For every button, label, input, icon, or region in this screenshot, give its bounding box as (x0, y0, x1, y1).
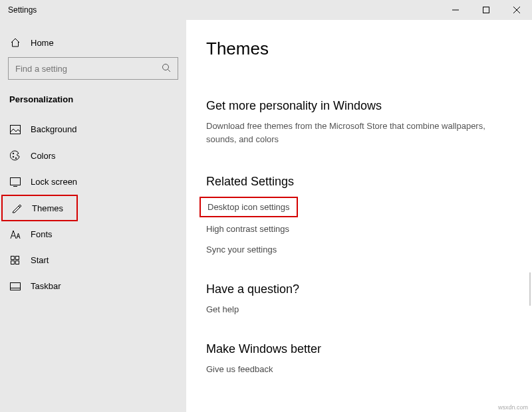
main-content: Themes Get more personality in Windows D… (186, 20, 532, 412)
svg-rect-6 (11, 125, 21, 134)
watermark: wsxdn.com (498, 404, 528, 411)
palette-icon (9, 150, 21, 161)
scrollbar[interactable] (529, 272, 531, 306)
search-icon (162, 63, 171, 74)
svg-rect-14 (11, 260, 15, 264)
sidebar-item-background[interactable]: Background (0, 116, 186, 142)
home-icon (9, 37, 21, 48)
page-title: Themes (206, 39, 512, 59)
sidebar-item-label: Fonts (31, 229, 53, 239)
lockscreen-icon (9, 177, 21, 187)
sidebar-item-start[interactable]: Start (0, 247, 186, 273)
sidebar-item-colors[interactable]: Colors (0, 142, 186, 169)
fonts-icon (9, 230, 21, 239)
link-sync-settings[interactable]: Sync your settings (206, 239, 512, 260)
promo-heading: Get more personality in Windows (206, 99, 512, 113)
svg-rect-13 (16, 256, 19, 259)
titlebar: Settings (0, 0, 532, 20)
svg-rect-16 (11, 282, 21, 290)
sidebar-home-label: Home (31, 38, 54, 48)
svg-rect-1 (483, 7, 489, 13)
svg-line-5 (168, 69, 171, 72)
sidebar-item-lockscreen[interactable]: Lock screen (0, 169, 186, 195)
close-button[interactable] (501, 0, 532, 20)
svg-point-7 (13, 153, 14, 154)
sidebar-home[interactable]: Home (0, 32, 186, 57)
maximize-button[interactable] (471, 0, 501, 20)
feedback-heading: Make Windows better (206, 342, 512, 356)
sidebar-item-taskbar[interactable]: Taskbar (0, 273, 186, 299)
sidebar-item-label: Background (31, 124, 76, 134)
search-input[interactable] (8, 57, 178, 80)
sidebar-item-fonts[interactable]: Fonts (0, 221, 186, 247)
image-icon (9, 125, 21, 134)
svg-rect-15 (16, 260, 19, 264)
search-field[interactable] (15, 64, 162, 74)
sidebar-item-label: Start (31, 255, 49, 265)
sidebar-item-themes[interactable]: Themes (1, 195, 78, 221)
svg-point-4 (163, 64, 169, 70)
sidebar-item-label: Themes (32, 203, 63, 213)
start-icon (9, 256, 21, 265)
related-heading: Related Settings (206, 175, 512, 189)
sidebar-item-label: Colors (31, 151, 56, 161)
taskbar-icon (9, 282, 21, 290)
promo-body: Download free themes from the Microsoft … (206, 120, 512, 146)
link-desktop-icon-settings[interactable]: Desktop icon settings (200, 197, 298, 217)
sidebar-item-label: Lock screen (31, 177, 77, 187)
window-title: Settings (0, 5, 37, 15)
sidebar: Home Personalization Background Colors L… (0, 20, 186, 412)
link-high-contrast[interactable]: High contrast settings (206, 219, 512, 239)
svg-rect-10 (11, 177, 21, 185)
svg-point-9 (15, 157, 17, 159)
sidebar-category: Personalization (0, 89, 186, 116)
link-get-help[interactable]: Get help (206, 303, 512, 320)
themes-icon (11, 203, 23, 213)
svg-point-8 (13, 156, 14, 157)
svg-rect-12 (11, 256, 15, 259)
link-feedback[interactable]: Give us feedback (206, 363, 512, 379)
minimize-button[interactable] (440, 0, 471, 20)
sidebar-item-label: Taskbar (31, 281, 61, 291)
window-controls (440, 0, 532, 20)
question-heading: Have a question? (206, 282, 512, 296)
